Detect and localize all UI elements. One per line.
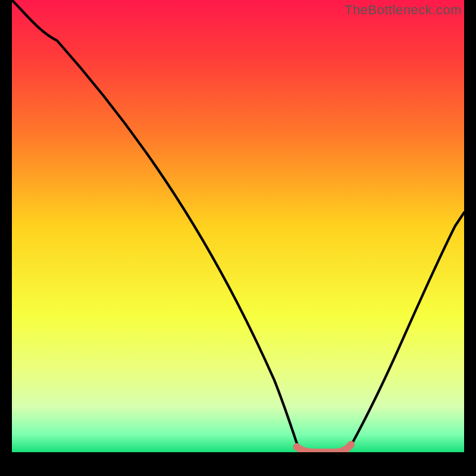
bottleneck-curve bbox=[12, 0, 464, 452]
curve-layer bbox=[12, 0, 464, 452]
chart-frame bbox=[12, 0, 464, 464]
plot-area bbox=[12, 0, 464, 452]
optimal-band bbox=[297, 444, 351, 452]
watermark-text: TheBottleneck.com bbox=[345, 2, 462, 18]
